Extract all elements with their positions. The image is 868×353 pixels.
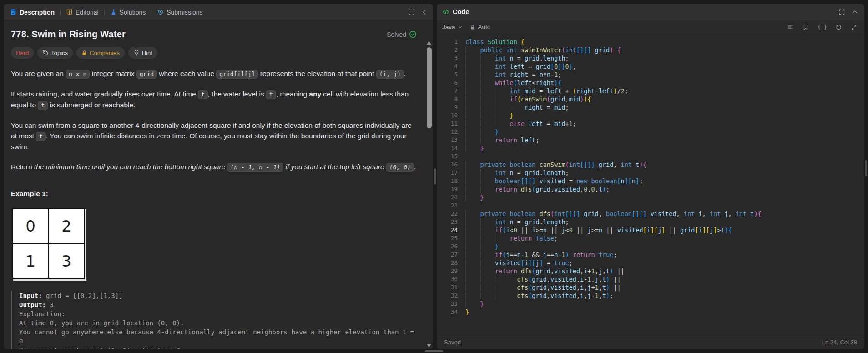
tab-editorial[interactable]: Editorial [64,7,101,18]
code-panel: Code Java Auto { } 1class Solution {2 pu… [437,4,864,349]
text-segment: , meaning [276,90,309,98]
flask-icon [110,9,117,15]
line-number: 6 [437,79,458,87]
code-text: int mid = left + (right-left)/2; [465,87,628,95]
code-line-7[interactable]: 7 int mid = left + (right-left)/2; [437,87,864,95]
code-line-16[interactable]: 16 private boolean canSwim(int[][] grid,… [437,161,864,169]
problem-title: 778. Swim in Rising Water [11,29,126,40]
code-editor[interactable]: 1class Solution {2 public int swimInWate… [437,35,864,335]
code-text: else left = mid+1; [465,120,576,128]
badge-label: Hint [142,50,152,56]
code-panel-header: Code [437,4,864,20]
code-text: private boolean canSwim(int[][] grid, in… [465,161,647,169]
code-line-28[interactable]: 28 visited[i][j] = true; [437,259,864,267]
auto-toggle[interactable]: Auto [470,24,491,30]
code-line-22[interactable]: 22 private boolean dfs(int[][] grid, boo… [437,210,864,218]
badge-hint[interactable]: Hint [128,47,157,59]
line-number: 2 [437,46,458,54]
code-line-29[interactable]: 29 return dfs(grid,visited,i+1,j,t) || [437,267,864,275]
tab-solutions[interactable]: Solutions [108,7,148,18]
code-line-13[interactable]: 13 return left; [437,136,864,144]
tab-submissions[interactable]: Submissions [155,7,204,18]
code-line-1[interactable]: 1class Solution { [437,38,864,46]
code-line-5[interactable]: 5 int right = n*n-1; [437,71,864,79]
language-selector[interactable]: Java [442,24,463,30]
chevron-left-icon[interactable] [421,9,428,15]
line-number: 26 [437,242,458,251]
tab-description[interactable]: Description [8,7,56,18]
bottom-drag-handle[interactable] [425,350,443,352]
inline-code: (0, 0) [386,163,414,172]
problem-content[interactable]: 778. Swim in Rising Water Solved HardTop… [4,21,433,349]
code-line-6[interactable]: 6 while(left<right){ [437,79,864,87]
code-line-21[interactable]: 21 [437,202,864,210]
grid-cell: 2 [49,209,85,244]
code-line-2[interactable]: 2 public int swimInWater(int[][] grid) { [437,46,864,54]
example-io-line: You cannot go anywhere else because 4-di… [19,328,419,346]
corners-icon[interactable] [838,9,845,15]
format-icon[interactable] [787,24,794,30]
code-line-26[interactable]: 26 } [437,242,864,251]
code-line-9[interactable]: 9 right = mid; [437,103,864,111]
text-segment: represents the elevation at that point [258,70,376,77]
chevron-up-icon[interactable] [852,9,858,15]
line-number: 10 [437,111,458,120]
braces-icon[interactable]: { } [818,24,827,30]
code-line-24[interactable]: 24 if(i<0 || i>=n || j<0 || j>=n || visi… [437,226,864,234]
code-text: if(canSwim(grid,mid)){ [465,95,591,103]
badge-companies[interactable]: Companies [76,47,125,59]
problem-panel: DescriptionEditorialSolutionsSubmissions… [4,4,433,349]
code-line-14[interactable]: 14 } [437,144,864,152]
lock-icon [470,25,475,30]
line-number: 9 [437,103,458,111]
reset-icon[interactable] [835,24,842,30]
scrollbar-thumb[interactable] [427,47,432,128]
lock-icon [81,50,87,56]
code-line-17[interactable]: 17 int n = grid.length; [437,169,864,177]
line-number: 4 [437,62,458,71]
code-line-25[interactable]: 25 return false; [437,234,864,242]
code-line-32[interactable]: 32 dfs(grid,visited,i,j-1,t); [437,292,864,300]
example-io-line: Input: grid = [[0,2],[1,3]] [19,291,419,300]
corners-icon[interactable] [408,9,415,15]
code-line-27[interactable]: 27 if(i==n-1 && j==n-1) return true; [437,251,864,259]
badge-label: Companies [90,50,120,56]
code-line-12[interactable]: 12 } [437,128,864,136]
code-line-34[interactable]: 34} [437,308,864,316]
code-line-19[interactable]: 19 return dfs(grid,visited,0,0,t); [437,185,864,193]
code-line-11[interactable]: 11 else left = mid+1; [437,120,864,128]
inline-code: (i, j) [376,70,404,79]
line-number: 21 [437,202,458,210]
code-line-23[interactable]: 23 int n = grid.length; [437,218,864,226]
divider-drag-handle[interactable] [434,168,436,185]
code-line-33[interactable]: 33 } [437,300,864,308]
code-line-30[interactable]: 30 dfs(grid,visited,i-1,j,t) || [437,275,864,283]
badge-topics[interactable]: Topics [37,47,73,59]
code-line-10[interactable]: 10 } [437,111,864,120]
code-text: } [465,144,484,152]
save-status: Saved [444,339,461,346]
title-row: 778. Swim in Rising Water Solved [11,29,419,40]
line-number: 18 [437,177,458,185]
line-number: 34 [437,308,458,316]
code-line-3[interactable]: 3 int n = grid.length; [437,54,864,62]
badge-hard[interactable]: Hard [11,47,34,59]
code-line-31[interactable]: 31 dfs(grid,visited,i,j+1,t) || [437,283,864,292]
code-text: if(i==n-1 && j==n-1) return true; [465,251,617,259]
bookmark-icon[interactable] [802,24,809,30]
code-line-15[interactable]: 15 [437,152,864,161]
code-text: dfs(grid,visited,i,j+1,t) || [465,283,621,292]
code-line-20[interactable]: 20 } [437,193,864,202]
code-toolbar: Java Auto { } [437,20,864,35]
code-text: boolean[][] visited = new boolean[n][n]; [465,177,643,185]
diag-expand-icon[interactable] [851,24,857,30]
panel-divider[interactable] [433,4,437,349]
scroll-up-arrow-icon[interactable] [427,41,431,45]
code-line-8[interactable]: 8 if(canSwim(grid,mid)){ [437,95,864,103]
code-line-4[interactable]: 4 int left = grid[0][0]; [437,62,864,71]
description-scrollbar[interactable] [427,40,432,348]
scroll-down-arrow-icon[interactable] [427,344,431,348]
right-drag-handle[interactable] [865,160,867,176]
code-line-18[interactable]: 18 boolean[][] visited = new boolean[n][… [437,177,864,185]
line-number: 29 [437,267,458,275]
